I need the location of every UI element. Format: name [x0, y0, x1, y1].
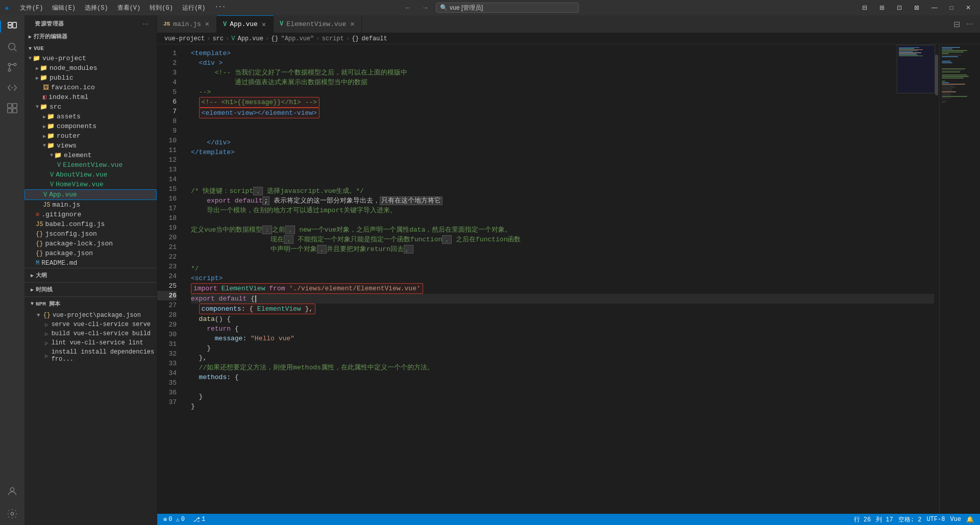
- tab-elementview-close[interactable]: ×: [349, 20, 355, 28]
- activity-settings[interactable]: [3, 505, 21, 523]
- npm-project-icon: ▼: [37, 312, 40, 318]
- activity-extensions[interactable]: [3, 99, 21, 117]
- npm-serve-item[interactable]: ▷ serve vue-cli-service serve: [24, 320, 157, 329]
- tree-item-jsconfig[interactable]: {} jsconfig.json: [24, 229, 157, 239]
- tree-item-element[interactable]: ▼ 📁 element: [24, 151, 157, 160]
- editor-scrollbar[interactable]: [934, 44, 939, 514]
- folder-open-icon: 📁: [33, 55, 40, 62]
- tab-main-js[interactable]: JS main.js ×: [157, 15, 217, 33]
- tree-item-favicon[interactable]: 🖼 favicon.ico: [24, 83, 157, 92]
- breadcrumb-sep5: ›: [346, 35, 350, 42]
- open-editors-arrow: ▶: [29, 34, 32, 40]
- status-spaces[interactable]: 空格: 2: [896, 515, 924, 524]
- tree-item-src[interactable]: ▼ 📁 src: [24, 102, 157, 112]
- code-line-9: [191, 128, 934, 138]
- open-editors-header[interactable]: ▶ 打开的编辑器: [24, 31, 157, 42]
- tree-item-router[interactable]: ▶ 📁 router: [24, 131, 157, 141]
- tree-item-homeview[interactable]: V HomeView.vue: [24, 180, 157, 189]
- folder-open-icon: 📁: [40, 103, 47, 111]
- status-line[interactable]: 行 26: [852, 515, 873, 524]
- split-editor-button[interactable]: ⊟: [950, 17, 963, 31]
- npm-build-item[interactable]: ▷ build vue-cli-service build: [24, 329, 157, 338]
- scrollbar-thumb[interactable]: [935, 55, 938, 95]
- outline-header[interactable]: ▶ 大纲: [24, 268, 157, 282]
- menu-goto[interactable]: 转到(G): [145, 3, 177, 13]
- activity-search[interactable]: [3, 38, 21, 56]
- minimize-button[interactable]: —: [926, 2, 943, 13]
- activity-account[interactable]: [3, 482, 21, 501]
- tree-item-components[interactable]: ▶ 📁 components: [24, 121, 157, 131]
- menu-run[interactable]: 运行(R): [178, 3, 210, 13]
- line-num-33: 33: [157, 359, 177, 368]
- tree-item-gitignore[interactable]: ⊙ .gitignore: [24, 210, 157, 219]
- npm-install-item[interactable]: ▷ install install dependencies fro...: [24, 347, 157, 364]
- npm-lint-item[interactable]: ▷ lint vue-cli-service lint: [24, 338, 157, 347]
- menu-select[interactable]: 选择(S): [81, 3, 112, 13]
- vue-section-arrow: ▼: [29, 46, 32, 52]
- tree-item-index-html[interactable]: ◧ index.html: [24, 92, 157, 102]
- line-numbers: 1 2 3 4 5 6 7 8 9 10 11 12 13 14 15 16 1…: [157, 44, 183, 514]
- sidebar-dots-button[interactable]: ···: [140, 19, 151, 28]
- tree-item-vue-project[interactable]: ▼ 📁 vue-project: [24, 54, 157, 63]
- menu-file[interactable]: 文件(F): [16, 3, 47, 13]
- menu-more[interactable]: ···: [211, 3, 230, 13]
- breadcrumb-vue-project[interactable]: vue-project: [164, 35, 205, 42]
- status-lang[interactable]: Vue: [948, 516, 963, 523]
- status-notifications[interactable]: 🔔: [964, 516, 976, 523]
- status-encoding[interactable]: UTF-8: [924, 516, 947, 523]
- tab-app-vue[interactable]: V App.vue ×: [217, 15, 274, 33]
- tree-label-src: src: [50, 103, 61, 111]
- tree-item-package-lock[interactable]: {} package-lock.json: [24, 239, 157, 248]
- tree-item-package-json[interactable]: {} package.json: [24, 248, 157, 258]
- tree-item-readme[interactable]: M README.md: [24, 258, 157, 268]
- tree-item-views[interactable]: ▼ 📁 views: [24, 141, 157, 151]
- layout-btn-2[interactable]: ⊞: [874, 2, 890, 13]
- status-git[interactable]: ⎇ 1: [191, 516, 207, 523]
- tab-bar: JS main.js × V App.vue × V ElementView.v…: [157, 15, 980, 33]
- tree-item-node-modules[interactable]: ▶ 📁 node_modules: [24, 63, 157, 73]
- activity-source-control[interactable]: [3, 58, 21, 77]
- nav-forward-button[interactable]: →: [419, 3, 432, 13]
- breadcrumb-default[interactable]: default: [361, 35, 387, 42]
- tree-item-app-vue[interactable]: V App.vue: [24, 189, 157, 200]
- tab-elementview-vue[interactable]: V ElementView.vue ×: [274, 15, 362, 33]
- menu-view[interactable]: 查看(V): [113, 3, 145, 13]
- nav-back-button[interactable]: ←: [401, 3, 414, 13]
- warning-icon: ⚠: [176, 516, 179, 523]
- tree-item-public[interactable]: ▶ 📁 public: [24, 73, 157, 83]
- vue-section-header[interactable]: ▼ VUE: [24, 43, 157, 54]
- activity-explorer[interactable]: [3, 17, 21, 36]
- code-area[interactable]: <template> <div > <!-- 当我们定义好了一个数据模型之后，就…: [183, 44, 934, 514]
- layout-btn-1[interactable]: ⊟: [857, 2, 872, 13]
- activity-debug[interactable]: [3, 79, 21, 97]
- breadcrumb-script[interactable]: script: [322, 35, 344, 42]
- tree-item-elementview[interactable]: V ElementView.vue: [24, 160, 157, 170]
- maximize-button[interactable]: □: [945, 2, 959, 13]
- breadcrumb-app-vue[interactable]: App.vue: [237, 35, 263, 42]
- svg-rect-12: [13, 109, 17, 113]
- status-errors[interactable]: ⊗ 0 ⚠ 0: [161, 516, 187, 523]
- status-line-label: 行 26: [854, 515, 871, 524]
- npm-header[interactable]: ▼ NPM 脚本: [24, 297, 157, 311]
- layout-btn-3[interactable]: ⊡: [892, 2, 907, 13]
- tab-main-js-close[interactable]: ×: [204, 20, 210, 28]
- line-num-5: 5: [157, 87, 177, 97]
- menu-edit[interactable]: 编辑(E): [48, 3, 80, 13]
- tree-item-aboutview[interactable]: V AboutView.vue: [24, 170, 157, 180]
- timeline-header[interactable]: ▶ 时间线: [24, 283, 157, 296]
- search-input[interactable]: [436, 3, 579, 13]
- tree-item-assets[interactable]: ▶ 📁 assets: [24, 112, 157, 121]
- folder-open-icon: 📁: [54, 152, 62, 159]
- breadcrumb-appvue-str[interactable]: "App.vue": [281, 35, 314, 42]
- npm-project-item[interactable]: ▼ {} vue-project\package.json: [24, 311, 157, 320]
- tree-item-babel-config[interactable]: JS babel.config.js: [24, 219, 157, 229]
- close-button[interactable]: ✕: [961, 2, 976, 13]
- tree-item-main-js[interactable]: JS main.js: [24, 200, 157, 210]
- layout-btn-4[interactable]: ⊠: [909, 2, 924, 13]
- more-actions-button[interactable]: ···: [963, 17, 976, 31]
- status-col[interactable]: 列 17: [874, 515, 895, 524]
- tree-label-main-js: main.js: [52, 201, 80, 209]
- breadcrumb-src[interactable]: src: [212, 35, 224, 42]
- status-spaces-label: 空格: 2: [898, 515, 922, 524]
- tab-app-vue-close[interactable]: ×: [261, 21, 267, 28]
